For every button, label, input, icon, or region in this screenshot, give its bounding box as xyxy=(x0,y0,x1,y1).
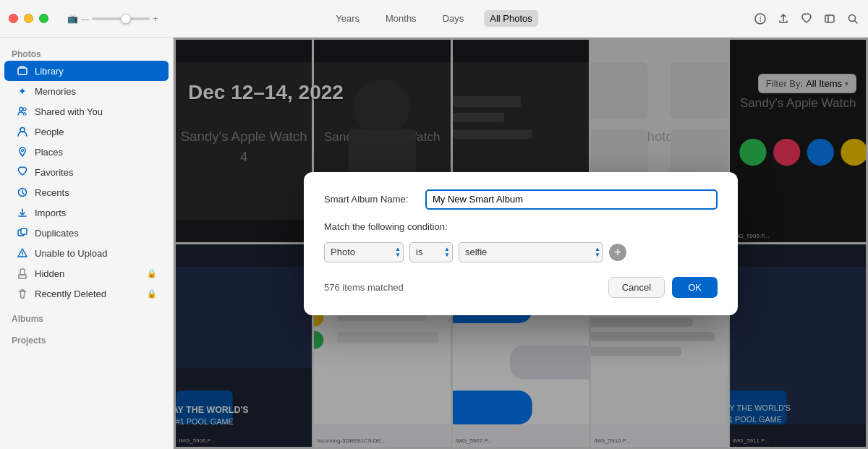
sidebar-toggle-icon[interactable] xyxy=(823,12,836,25)
slider-thumb[interactable] xyxy=(121,14,131,24)
library-icon xyxy=(16,64,29,77)
sidebar-item-favorites[interactable]: Favorites xyxy=(4,162,169,182)
shared-with-you-icon xyxy=(16,105,29,118)
operator-select[interactable]: is is not xyxy=(409,242,453,262)
tab-months[interactable]: Months xyxy=(380,10,422,27)
tab-days[interactable]: Days xyxy=(437,10,470,27)
sidebar-item-imports[interactable]: Imports xyxy=(4,202,169,223)
svg-point-10 xyxy=(22,150,24,152)
svg-text:i: i xyxy=(760,15,761,23)
items-matched-label: 576 items matched xyxy=(324,282,404,293)
album-name-row: Smart Album Name: xyxy=(324,189,718,210)
svg-rect-13 xyxy=(21,228,27,234)
value-select-wrapper[interactable]: selfie screenshot panorama ▲ ▼ xyxy=(459,242,603,262)
sidebar-section-albums: Albums xyxy=(0,309,173,325)
sidebar: Photos Library ✦ Memories xyxy=(0,38,174,449)
sidebar-item-unable-to-upload[interactable]: Unable to Upload xyxy=(4,243,169,263)
sidebar-label-duplicates: Duplicates xyxy=(35,228,79,239)
modal-overlay: Smart Album Name: Match the following co… xyxy=(174,38,868,449)
value-select[interactable]: selfie screenshot panorama xyxy=(459,242,603,262)
smart-album-modal: Smart Album Name: Match the following co… xyxy=(304,172,738,315)
cancel-button[interactable]: Cancel xyxy=(608,277,665,298)
main-layout: Photos Library ✦ Memories xyxy=(0,38,868,449)
modal-buttons: Cancel OK xyxy=(608,277,718,298)
ok-button[interactable]: OK xyxy=(672,277,718,298)
sidebar-label-library: Library xyxy=(35,66,64,77)
svg-rect-6 xyxy=(18,68,27,74)
sidebar-item-shared-with-you[interactable]: Shared with You xyxy=(4,101,169,121)
search-icon[interactable] xyxy=(846,12,859,25)
tab-years[interactable]: Years xyxy=(330,10,365,27)
recents-icon xyxy=(16,186,29,199)
condition-label: Match the following condition: xyxy=(324,221,718,232)
zoom-plus-icon[interactable]: + xyxy=(153,13,158,24)
recently-deleted-lock-icon: 🔒 xyxy=(147,289,157,299)
info-icon[interactable]: i xyxy=(754,12,767,25)
sidebar-label-imports: Imports xyxy=(35,208,66,218)
people-icon xyxy=(16,125,29,138)
titlebar: 📺 — + Years Months Days All Photos i xyxy=(0,0,868,38)
sidebar-label-recents: Recents xyxy=(35,187,69,198)
sidebar-item-places[interactable]: Places xyxy=(4,142,169,162)
memories-icon: ✦ xyxy=(16,85,29,98)
tab-all-photos[interactable]: All Photos xyxy=(484,10,538,27)
svg-point-7 xyxy=(20,108,23,111)
photos-content: Dec 12–14, 2022 Filter By: All Items ▾ S… xyxy=(174,38,868,449)
nav-tabs: Years Months Days All Photos xyxy=(330,10,538,27)
sidebar-label-recently-deleted: Recently Deleted xyxy=(35,288,106,299)
zoom-slider[interactable]: 📺 — + xyxy=(67,13,158,24)
sidebar-item-recently-deleted[interactable]: Recently Deleted 🔒 xyxy=(4,283,169,304)
unable-to-upload-icon xyxy=(16,247,29,260)
heart-icon[interactable] xyxy=(800,12,813,25)
svg-rect-2 xyxy=(825,15,834,22)
sidebar-item-library[interactable]: Library xyxy=(4,61,169,81)
sidebar-label-memories: Memories xyxy=(35,86,76,97)
favorites-icon xyxy=(16,166,29,179)
modal-footer: 576 items matched Cancel OK xyxy=(324,277,718,298)
sidebar-item-people[interactable]: People xyxy=(4,121,169,142)
share-icon[interactable] xyxy=(777,12,790,25)
hidden-icon xyxy=(16,267,29,280)
sidebar-label-unable-to-upload: Unable to Upload xyxy=(35,248,107,259)
svg-rect-16 xyxy=(20,269,25,275)
zoom-out-icon[interactable]: 📺 xyxy=(67,14,78,24)
titlebar-right-icons: i xyxy=(754,12,859,25)
sidebar-label-places: Places xyxy=(35,147,63,158)
slider-track xyxy=(92,17,150,20)
album-name-label: Smart Album Name: xyxy=(324,194,425,205)
svg-line-5 xyxy=(855,20,858,23)
zoom-minus-icon: — xyxy=(81,14,89,23)
sidebar-item-memories[interactable]: ✦ Memories xyxy=(4,81,169,101)
maximize-button[interactable] xyxy=(39,14,48,23)
sidebar-label-shared-with-you: Shared with You xyxy=(35,106,103,117)
imports-icon xyxy=(16,206,29,219)
sidebar-item-duplicates[interactable]: Duplicates xyxy=(4,223,169,243)
sidebar-label-favorites: Favorites xyxy=(35,167,73,178)
sidebar-section-projects: Projects xyxy=(0,331,173,347)
condition-row: Photo Video Live Photo ▲ ▼ is xyxy=(324,242,718,262)
sidebar-label-people: People xyxy=(35,127,64,137)
svg-point-15 xyxy=(22,255,22,256)
sidebar-label-hidden: Hidden xyxy=(35,268,64,279)
traffic-lights xyxy=(9,14,48,23)
titlebar-left: 📺 — + xyxy=(9,13,158,24)
sidebar-item-recents[interactable]: Recents xyxy=(4,182,169,202)
operator-select-wrapper[interactable]: is is not ▲ ▼ xyxy=(409,242,453,262)
hidden-lock-icon: 🔒 xyxy=(147,269,157,278)
add-condition-button[interactable]: + xyxy=(609,244,626,261)
sidebar-item-hidden[interactable]: Hidden 🔒 xyxy=(4,263,169,283)
sidebar-section-photos: Photos xyxy=(0,45,173,61)
svg-point-8 xyxy=(23,108,26,111)
minimize-button[interactable] xyxy=(24,14,33,23)
recently-deleted-icon xyxy=(16,287,29,300)
places-icon xyxy=(16,145,29,158)
duplicates-icon xyxy=(16,226,29,239)
field-select[interactable]: Photo Video Live Photo xyxy=(324,242,404,262)
album-name-input[interactable] xyxy=(425,189,718,210)
field-select-wrapper[interactable]: Photo Video Live Photo ▲ ▼ xyxy=(324,242,404,262)
close-button[interactable] xyxy=(9,14,18,23)
